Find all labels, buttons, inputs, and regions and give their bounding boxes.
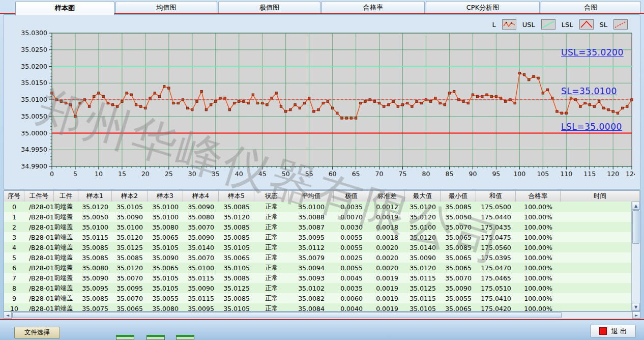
table-row[interactable]: 7/B28-01前端盖35.009035.007035.010535.01153… bbox=[4, 273, 631, 283]
column-header[interactable]: 样本1 bbox=[78, 191, 112, 202]
column-header[interactable]: 合格率 bbox=[516, 191, 561, 202]
table-cell: 100.00% bbox=[516, 212, 561, 222]
column-header[interactable]: 状态 bbox=[254, 191, 289, 202]
table-cell: 0.0035 bbox=[334, 202, 369, 212]
tab-combined-chart[interactable]: 合图 bbox=[541, 1, 641, 13]
table-row[interactable]: 2/B28-01前端盖35.010035.010035.008035.00703… bbox=[4, 222, 631, 232]
column-header[interactable]: 样本4 bbox=[183, 191, 219, 202]
svg-text:35.0200: 35.0200 bbox=[21, 63, 47, 70]
table-cell: 35.0070 bbox=[441, 222, 476, 232]
column-header[interactable]: 样本2 bbox=[112, 191, 148, 202]
svg-text:35.0250: 35.0250 bbox=[21, 46, 47, 53]
table-cell: 35.0080 bbox=[148, 303, 183, 311]
table-cell: 35.0090 bbox=[183, 283, 219, 293]
table-row[interactable]: 4/B28-01前端盖35.008535.012535.010535.01403… bbox=[4, 242, 631, 252]
table-cell: 35.0105 bbox=[219, 263, 254, 273]
table-cell: 35.0085 bbox=[78, 252, 112, 263]
table-cell: /B28-01 bbox=[24, 303, 54, 311]
table-cell: 0.0055 bbox=[334, 232, 369, 242]
table-cell: 35.0120 bbox=[78, 202, 112, 212]
table-cell: 35.0100 bbox=[183, 263, 219, 273]
column-header[interactable]: 工件号 bbox=[24, 191, 54, 202]
table-cell: 35.0125 bbox=[112, 242, 148, 252]
lsl-annotation: LSL=35.0000 bbox=[561, 122, 622, 132]
svg-text:60: 60 bbox=[329, 170, 337, 178]
table-cell: 1 bbox=[4, 212, 24, 222]
table-cell: 35.0112 bbox=[289, 242, 334, 252]
table-cell: 35.0125 bbox=[219, 283, 254, 293]
table-cell: 35.0095 bbox=[289, 232, 334, 242]
table-row[interactable]: 5/B28-01前端盖35.008535.008535.009035.00703… bbox=[4, 252, 631, 263]
svg-text:10: 10 bbox=[95, 170, 103, 178]
table-cell: 35.0085 bbox=[112, 252, 148, 263]
tab-pass-rate[interactable]: 合格率 bbox=[321, 1, 425, 13]
table-cell bbox=[561, 242, 631, 252]
table-cell: 35.0100 bbox=[112, 222, 148, 232]
minimized-window-icon[interactable] bbox=[147, 335, 165, 340]
table-cell: 35.0065 bbox=[112, 303, 148, 311]
table-row[interactable]: 0/B28-01前端盖35.012035.010535.010035.00903… bbox=[4, 202, 631, 212]
exit-button[interactable]: 退 出 bbox=[590, 325, 636, 337]
svg-text:85: 85 bbox=[445, 170, 453, 178]
table-cell: 35.0084 bbox=[289, 303, 334, 311]
table-horizontal-scrollbar[interactable]: ◄ ► bbox=[4, 311, 640, 319]
svg-text:45: 45 bbox=[258, 170, 267, 178]
table-row[interactable]: 10/B28-01前端盖35.007535.006535.008035.0095… bbox=[4, 303, 631, 311]
column-header[interactable]: 时间 bbox=[561, 191, 640, 202]
column-header[interactable]: 样本3 bbox=[148, 191, 183, 202]
svg-text:35.0150: 35.0150 bbox=[21, 79, 47, 87]
table-cell: 35.0105 bbox=[112, 202, 148, 212]
file-select-button[interactable]: 文件选择 bbox=[14, 327, 60, 338]
table-cell: 35.0080 bbox=[148, 222, 183, 232]
column-header[interactable]: 序号 bbox=[4, 191, 24, 202]
table-cell: 35.0090 bbox=[405, 252, 441, 263]
table-vertical-scrollbar[interactable]: ▲ ▼ bbox=[631, 202, 640, 311]
table-row[interactable]: 6/B28-01前端盖35.008035.012035.006535.01003… bbox=[4, 263, 631, 273]
column-header[interactable]: 最大值 bbox=[405, 191, 441, 202]
table-cell: 正常 bbox=[254, 263, 289, 273]
scroll-left-icon[interactable]: ◄ bbox=[4, 311, 12, 319]
table-cell: 前端盖 bbox=[54, 283, 78, 293]
vertical-scroll-thumb[interactable] bbox=[632, 210, 639, 244]
table-row[interactable]: 3/B28-01前端盖35.011535.012035.006535.00903… bbox=[4, 232, 631, 242]
tab-range-chart[interactable]: 极值图 bbox=[218, 1, 320, 13]
scroll-down-icon[interactable]: ▼ bbox=[632, 303, 640, 311]
table-row[interactable]: 1/B28-01前端盖35.005035.009035.010035.00803… bbox=[4, 212, 631, 222]
table-cell: 100.00% bbox=[516, 283, 561, 293]
tab-sample-chart[interactable]: 样本图 bbox=[15, 1, 114, 15]
table-cell: /B28-01 bbox=[24, 242, 54, 252]
table-cell: 0 bbox=[4, 202, 24, 212]
table-cell: 175.0560 bbox=[476, 242, 516, 252]
column-header[interactable]: 平均值 bbox=[289, 191, 334, 202]
table-row[interactable]: 8/B28-01前端盖35.009535.009535.010535.00903… bbox=[4, 283, 631, 293]
column-header[interactable]: 和值 bbox=[476, 191, 516, 202]
svg-text:55: 55 bbox=[305, 170, 313, 178]
column-header[interactable]: 样本5 bbox=[219, 191, 254, 202]
horizontal-scroll-thumb[interactable] bbox=[12, 312, 562, 318]
minimized-window-icon[interactable] bbox=[116, 335, 134, 340]
table-cell: 7 bbox=[4, 273, 24, 283]
column-header[interactable]: 极值 bbox=[334, 191, 369, 202]
table-cell: 0.0020 bbox=[369, 242, 405, 252]
table-cell bbox=[561, 232, 631, 242]
table-cell: 35.0105 bbox=[148, 273, 183, 283]
table-cell: 2 bbox=[4, 222, 24, 232]
table-cell: 0.0030 bbox=[334, 222, 369, 232]
column-header[interactable]: 标准差 bbox=[369, 191, 405, 202]
table-cell: 35.0065 bbox=[441, 263, 476, 273]
table-row[interactable]: 9/B28-01前端盖35.008535.007035.005535.01153… bbox=[4, 293, 631, 303]
minimized-window-icon[interactable] bbox=[176, 335, 194, 340]
tab-mean-chart[interactable]: 均值图 bbox=[115, 1, 217, 13]
scroll-right-icon[interactable]: ► bbox=[632, 311, 640, 319]
table-cell: 100.00% bbox=[516, 202, 561, 212]
table-cell: 35.0085 bbox=[78, 293, 112, 303]
table-cell: 35.0105 bbox=[405, 303, 441, 311]
table-cell: /B28-01 bbox=[24, 293, 54, 303]
tab-cpk-analysis[interactable]: CPK分析图 bbox=[426, 1, 540, 13]
column-header[interactable]: 最小值 bbox=[441, 191, 476, 202]
column-header[interactable]: 工件 bbox=[54, 191, 78, 202]
scroll-up-icon[interactable]: ▲ bbox=[632, 202, 640, 210]
control-chart[interactable]: 0510152025303540455055606570758085909510… bbox=[20, 30, 635, 184]
table-cell: 5 bbox=[4, 252, 24, 263]
data-table: 序号工件号工件样本1样本2样本3样本4样本5状态平均值极值标准差最大值最小值和值… bbox=[4, 190, 640, 311]
